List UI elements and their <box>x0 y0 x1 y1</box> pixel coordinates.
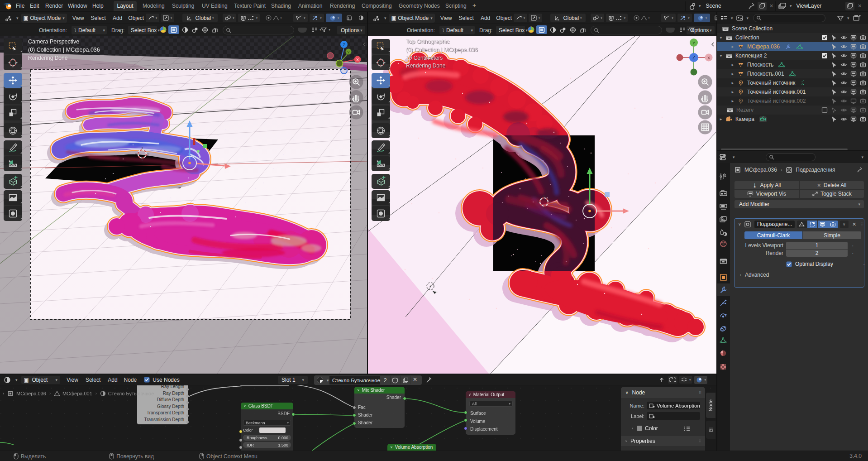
svg-text:X: X <box>707 56 710 60</box>
svg-text:(0) Collection | МСфера.036: (0) Collection | МСфера.036 <box>28 47 100 53</box>
svg-text:Z: Z <box>343 43 345 47</box>
svg-text:(0) Collection | МСфера.036: (0) Collection | МСфера.036 <box>406 47 478 53</box>
svg-text:10 Centimeters: 10 Centimeters <box>406 55 443 61</box>
svg-text:Rendering Done: Rendering Done <box>406 62 446 69</box>
svg-text:Camera Perspective: Camera Perspective <box>28 38 79 45</box>
svg-text:X: X <box>356 58 359 62</box>
svg-text:Z: Z <box>692 55 695 60</box>
svg-text:Top Orthographic: Top Orthographic <box>406 38 449 45</box>
svg-text:Y: Y <box>347 50 350 54</box>
svg-text:Y: Y <box>692 41 695 45</box>
svg-text:Rendering Done: Rendering Done <box>28 55 68 61</box>
